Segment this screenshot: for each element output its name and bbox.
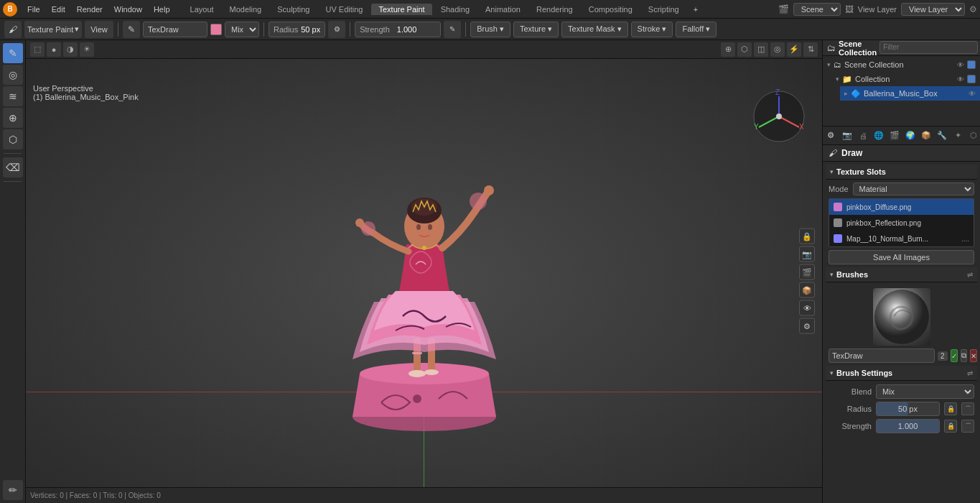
blend-label: Blend <box>829 387 872 396</box>
strength-lock-prop[interactable]: 🔒 <box>944 420 957 433</box>
collection-checkbox[interactable] <box>967 75 976 83</box>
tab-animation[interactable]: Animation <box>478 4 528 15</box>
brush-confirm-btn[interactable]: ✓ <box>951 349 958 362</box>
brushes-header[interactable]: ▾ Brushes ⇌ <box>826 267 977 282</box>
left-separator <box>4 153 22 154</box>
annotate-tool-btn[interactable]: ✏ <box>3 480 23 500</box>
viewport-shading-wire[interactable]: ⬚ <box>30 42 45 57</box>
texture-item-normal[interactable]: Map__10_Normal_Bum... .... <box>829 231 974 246</box>
menu-help[interactable]: Help <box>148 4 176 15</box>
viewport-shading-render[interactable]: ☀ <box>80 42 94 57</box>
brush-settings-header[interactable]: ▾ Brush Settings ⇌ <box>826 366 977 381</box>
menu-file[interactable]: File <box>22 4 46 15</box>
collection-eye[interactable]: 👁 <box>957 75 964 83</box>
texture-paint-mode-icon: 🖌 <box>9 24 17 34</box>
radius-lock-prop[interactable]: 🔒 <box>944 402 957 415</box>
tab-uv-editing[interactable]: UV Editing <box>318 4 370 15</box>
lock-view-btn[interactable]: 🔒 <box>799 229 815 244</box>
brush-dropdown-btn[interactable]: Brush ▾ <box>470 22 510 37</box>
tab-layout[interactable]: Layout <box>183 4 221 15</box>
stroke-btn[interactable]: Stroke ▾ <box>631 22 673 37</box>
texture-dropdown-btn[interactable]: Texture ▾ <box>513 22 559 37</box>
tab-rendering[interactable]: Rendering <box>529 4 580 15</box>
mode-icon-btn[interactable]: 🖌 <box>4 21 22 38</box>
strength-slider[interactable]: Strength 1.000 <box>355 22 441 37</box>
viewport-canvas[interactable]: Z X Y User Perspective (1) Ballerina_Mus… <box>26 59 822 503</box>
draw-tool-btn[interactable]: ✎ <box>3 43 23 63</box>
workspace-tabs: Layout Modeling Sculpting UV Editing Tex… <box>183 4 704 15</box>
erase-tool-btn[interactable]: ⌫ <box>3 157 23 177</box>
prop-icon-scene[interactable]: 🎬 <box>887 129 902 143</box>
prop-icon-output[interactable]: 🖨 <box>856 129 870 143</box>
tab-shading[interactable]: Shading <box>434 4 477 15</box>
prop-icon-render[interactable]: 📷 <box>840 129 854 143</box>
add-workspace-btn[interactable]: + <box>688 4 704 15</box>
blend-mode-dropdown[interactable]: Mix <box>225 22 259 37</box>
viewport-gizmo-btn[interactable]: ⊕ <box>721 42 735 57</box>
scene-view-btn[interactable]: 🎬 <box>799 264 815 280</box>
scene-collection-checkbox[interactable] <box>967 60 976 69</box>
clone-tool-btn[interactable]: ⊕ <box>3 108 23 128</box>
texture-mask-btn[interactable]: Texture Mask ▾ <box>561 22 627 37</box>
viewport-overlays-btn[interactable]: ⬡ <box>737 42 752 57</box>
texture-paint-mode-dropdown[interactable]: Texture Paint ▾ <box>24 21 82 38</box>
filter-view-btn[interactable]: ⚙ <box>799 318 815 334</box>
viewport-mirror-btn[interactable]: ⇅ <box>803 42 818 57</box>
prop-icon-physics[interactable]: ⬡ <box>966 129 980 143</box>
prop-icon-object[interactable]: 📦 <box>919 129 933 143</box>
tab-sculpting[interactable]: Sculpting <box>270 4 317 15</box>
menu-edit[interactable]: Edit <box>46 4 71 15</box>
tab-scripting[interactable]: Scripting <box>641 4 686 15</box>
mode-dropdown[interactable]: Material <box>853 183 974 195</box>
smear-tool-btn[interactable]: ≋ <box>3 86 23 106</box>
viewport-xray-btn[interactable]: ◫ <box>754 42 768 57</box>
outliner-ballerina-object[interactable]: ▸ 🔷 Ballerina_Music_Box 👁 <box>840 86 980 101</box>
fill-tool-btn[interactable]: ⬡ <box>3 129 23 149</box>
hide-view-btn[interactable]: 👁 <box>799 300 815 316</box>
brush-delete-btn[interactable]: ✕ <box>970 349 977 362</box>
prop-icon-modifier[interactable]: 🔧 <box>935 129 949 143</box>
texture-slots-header[interactable]: ▾ Texture Slots <box>826 165 977 180</box>
scene-select[interactable]: Scene <box>793 3 841 16</box>
tab-modeling[interactable]: Modeling <box>223 4 269 15</box>
prop-icon-particles[interactable]: ✦ <box>951 129 965 143</box>
viewport[interactable]: ⬚ ● ◑ ☀ ⊕ ⬡ ◫ ◎ ⚡ ⇅ <box>26 40 822 503</box>
viewport-shading-material[interactable]: ◑ <box>63 42 78 57</box>
outliner-collection[interactable]: ▾ 📁 Collection 👁 <box>831 72 980 86</box>
soften-tool-btn[interactable]: ◎ <box>3 65 23 85</box>
save-all-images-btn[interactable]: Save All Images <box>829 250 974 264</box>
brush-name-input[interactable] <box>143 22 207 37</box>
brush-name-field[interactable] <box>829 349 935 363</box>
strength-curve-prop[interactable]: ⌒ <box>961 420 974 433</box>
radius-slider-prop[interactable]: 50 px <box>876 402 940 416</box>
tab-texture-paint[interactable]: Texture Paint <box>371 4 431 15</box>
brush-icon[interactable]: ✎ <box>123 21 140 38</box>
blend-dropdown[interactable]: Mix <box>876 384 974 399</box>
viewport-snap-btn[interactable]: ⚡ <box>787 42 801 57</box>
strength-slider-prop[interactable]: 1.000 <box>876 419 940 433</box>
prop-icon-world[interactable]: 🌍 <box>903 129 918 143</box>
texture-item-diffuse[interactable]: pinkbox_Diffuse.png <box>829 199 974 215</box>
menu-render[interactable]: Render <box>71 4 108 15</box>
header-view-btn[interactable]: View <box>85 21 113 38</box>
prop-icon-view-layer[interactable]: 🌐 <box>872 129 886 143</box>
outliner-scene-collection[interactable]: ▾ 🗂 Scene Collection 👁 <box>823 57 980 72</box>
radius-lock-btn[interactable]: ⚙ <box>328 21 345 38</box>
collection-view-btn[interactable]: 📦 <box>799 282 815 298</box>
view-layer-select[interactable]: View Layer <box>901 3 965 16</box>
strength-settings-btn[interactable]: ✎ <box>444 21 461 38</box>
falloff-btn[interactable]: Falloff ▾ <box>676 22 717 37</box>
radius-curve-prop[interactable]: ⌒ <box>961 402 974 415</box>
ballerina-eye[interactable]: 👁 <box>969 90 976 98</box>
radius-slider[interactable]: Radius 50 px <box>269 22 325 37</box>
viewport-proportional-btn[interactable]: ◎ <box>770 42 785 57</box>
scene-collection-eye[interactable]: 👁 <box>957 61 964 69</box>
viewport-shading-solid[interactable]: ● <box>47 42 61 57</box>
menu-window[interactable]: Window <box>108 4 148 15</box>
tab-compositing[interactable]: Compositing <box>582 4 640 15</box>
brush-copy-btn[interactable]: ⧉ <box>961 349 967 362</box>
texture-item-reflection[interactable]: pinkbox_Reflection.png <box>829 215 974 231</box>
camera-view-btn[interactable]: 📷 <box>799 246 815 262</box>
color-swatch[interactable] <box>210 24 222 35</box>
outliner-search-input[interactable] <box>879 41 978 54</box>
